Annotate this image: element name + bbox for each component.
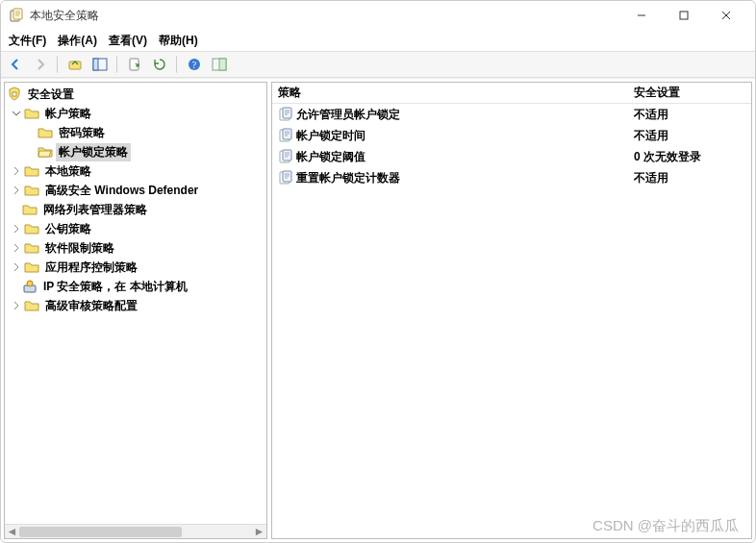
folder-icon	[24, 259, 39, 275]
list-row[interactable]: 重置帐户锁定计数器不适用	[272, 167, 751, 188]
tree-pane: 安全设置 帐户策略 密码策略 帐户锁定策略	[4, 82, 267, 539]
expand-icon[interactable]	[11, 185, 22, 196]
maximize-button[interactable]	[663, 2, 705, 29]
tree-scrollbar-h[interactable]: ◄ ►	[5, 524, 266, 538]
expand-icon[interactable]	[11, 165, 22, 177]
svg-rect-21	[283, 171, 291, 182]
scroll-left-icon[interactable]: ◄	[5, 525, 19, 539]
svg-rect-1	[13, 9, 22, 19]
folder-icon	[24, 163, 39, 179]
list-header: 策略 安全设置	[272, 83, 751, 104]
titlebar: 本地安全策略	[1, 1, 755, 30]
toolbar-separator	[116, 56, 118, 73]
collapse-icon[interactable]	[11, 108, 22, 119]
svg-text:?: ?	[192, 60, 197, 70]
policy-setting: 0 次无效登录	[628, 149, 751, 165]
expand-icon[interactable]	[11, 300, 22, 311]
tree-root[interactable]: 安全设置	[5, 85, 266, 104]
tree-ipsec[interactable]: IP 安全策略，在 本地计算机	[5, 277, 266, 296]
folder-icon	[24, 240, 39, 256]
close-button[interactable]	[705, 2, 747, 29]
expand-icon[interactable]	[11, 242, 22, 254]
svg-rect-17	[283, 129, 291, 139]
content-area: 安全设置 帐户策略 密码策略 帐户锁定策略	[1, 78, 755, 542]
list-row[interactable]: 允许管理员帐户锁定不适用	[272, 104, 751, 125]
tree-network-list[interactable]: 网络列表管理器策略	[5, 200, 266, 219]
scroll-right-icon[interactable]: ►	[252, 525, 266, 539]
tree-defender[interactable]: 高级安全 Windows Defender	[5, 181, 266, 200]
export-button[interactable]	[124, 54, 145, 75]
up-button[interactable]	[64, 54, 86, 75]
column-setting[interactable]: 安全设置	[628, 85, 751, 101]
policy-icon	[278, 170, 293, 185]
toolbar: ?	[1, 51, 755, 78]
svg-rect-2	[680, 12, 688, 19]
menu-action[interactable]: 操作(A)	[58, 33, 97, 49]
folder-icon	[24, 298, 39, 313]
policy-icon	[278, 107, 293, 122]
help-button[interactable]: ?	[184, 54, 205, 75]
toolbar-separator	[57, 56, 59, 73]
folder-icon	[24, 106, 39, 121]
folder-icon	[38, 125, 53, 140]
window-title: 本地安全策略	[30, 8, 620, 24]
policy-name: 重置帐户锁定计数器	[296, 170, 400, 186]
policy-setting: 不适用	[628, 170, 751, 186]
refresh-button[interactable]	[149, 54, 170, 75]
app-icon	[9, 8, 24, 23]
tree-lockout-policy[interactable]: 帐户锁定策略	[5, 142, 266, 161]
menu-help[interactable]: 帮助(H)	[159, 33, 198, 49]
policy-name: 帐户锁定阈值	[296, 149, 365, 165]
tree-software-restrict[interactable]: 软件限制策略	[5, 238, 266, 258]
folder-icon	[22, 202, 38, 217]
svg-rect-3	[69, 62, 81, 69]
svg-rect-15	[283, 108, 291, 118]
security-icon	[7, 86, 22, 102]
list-body: 允许管理员帐户锁定不适用帐户锁定时间不适用帐户锁定阈值0 次无效登录重置帐户锁定…	[272, 104, 751, 188]
svg-rect-11	[13, 92, 16, 96]
tree-account-policy[interactable]: 帐户策略	[5, 104, 266, 123]
ipsec-icon	[22, 279, 38, 294]
watermark: CSDN @奋斗的西瓜瓜	[592, 517, 739, 535]
policy-icon	[278, 149, 293, 164]
svg-rect-10	[219, 59, 226, 70]
expand-icon[interactable]	[11, 261, 22, 273]
svg-rect-19	[283, 150, 291, 160]
folder-open-icon	[38, 144, 53, 160]
expand-icon[interactable]	[11, 223, 22, 234]
policy-name: 帐户锁定时间	[296, 128, 365, 144]
policy-setting: 不适用	[628, 128, 751, 144]
menubar: 文件(F) 操作(A) 查看(V) 帮助(H)	[1, 30, 755, 51]
list-pane: 策略 安全设置 允许管理员帐户锁定不适用帐户锁定时间不适用帐户锁定阈值0 次无效…	[271, 82, 752, 539]
folder-icon	[24, 183, 39, 198]
tree-local-policy[interactable]: 本地策略	[5, 161, 266, 181]
list-row[interactable]: 帐户锁定时间不适用	[272, 125, 751, 146]
show-hide-tree-button[interactable]	[89, 54, 111, 75]
svg-rect-5	[93, 59, 98, 70]
tree-password-policy[interactable]: 密码策略	[5, 123, 266, 142]
toolbar-separator	[176, 56, 178, 73]
menu-file[interactable]: 文件(F)	[9, 33, 46, 49]
list-row[interactable]: 帐户锁定阈值0 次无效登录	[272, 146, 751, 167]
app-window: 本地安全策略 文件(F) 操作(A) 查看(V) 帮助(H) ? 安全设	[0, 0, 756, 543]
back-button[interactable]	[5, 54, 26, 75]
folder-icon	[24, 221, 39, 236]
column-policy[interactable]: 策略	[272, 85, 628, 101]
svg-point-13	[27, 281, 33, 286]
scrollbar-thumb[interactable]	[19, 527, 182, 537]
tree-audit-config[interactable]: 高级审核策略配置	[5, 296, 266, 315]
tree-pubkey[interactable]: 公钥策略	[5, 219, 266, 238]
policy-name: 允许管理员帐户锁定	[296, 107, 400, 123]
tree-app-control[interactable]: 应用程序控制策略	[5, 258, 266, 277]
policy-setting: 不适用	[628, 107, 751, 123]
menu-view[interactable]: 查看(V)	[109, 33, 147, 49]
minimize-button[interactable]	[620, 2, 663, 29]
forward-button[interactable]	[30, 54, 51, 75]
properties-button[interactable]	[209, 54, 230, 75]
policy-icon	[278, 128, 293, 143]
